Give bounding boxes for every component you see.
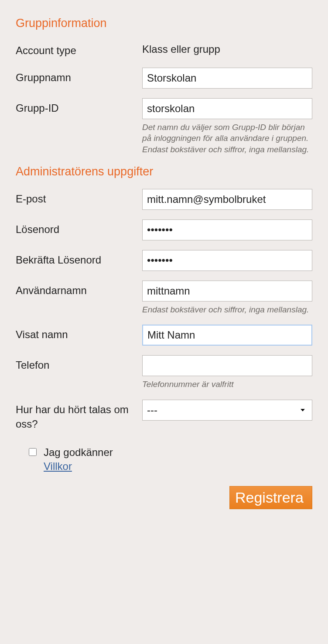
submit-container: Registrera [16,486,312,509]
password-input[interactable] [142,219,312,240]
row-phone: Telefon Telefonnummer är valfritt [16,355,312,390]
confirm-password-input[interactable] [142,250,312,271]
row-display-name: Visat namn [16,325,312,346]
group-id-label: Grupp-ID [16,98,142,116]
account-type-value: Klass eller grupp [142,41,312,55]
email-input[interactable] [142,189,312,210]
group-id-input[interactable] [142,98,312,119]
terms-row: Jag godkänner Villkor [29,445,312,474]
terms-text: Jag godkänner Villkor [44,445,113,474]
terms-checkbox[interactable] [29,448,37,456]
row-account-type: Account type Klass eller grupp [16,41,312,58]
display-name-input[interactable] [142,325,312,346]
phone-label: Telefon [16,355,142,373]
password-label: Lösenord [16,219,142,237]
username-label: Användarnamn [16,281,142,298]
group-name-input[interactable] [142,68,312,89]
email-label: E-post [16,189,142,206]
row-password: Lösenord [16,219,312,240]
group-name-label: Gruppnamn [16,68,142,85]
account-type-label: Account type [16,41,142,58]
confirm-password-label: Bekräfta Lösenord [16,250,142,267]
heard-about-select[interactable]: --- [142,400,312,421]
row-confirm-password: Bekräfta Lösenord [16,250,312,271]
row-username: Användarnamn Endast bokstäver och siffro… [16,281,312,315]
username-input[interactable] [142,281,312,301]
register-button[interactable]: Registrera [229,486,312,509]
display-name-label: Visat namn [16,325,142,342]
group-id-help: Det namn du väljer som Grupp-ID blir bör… [142,122,312,155]
row-group-name: Gruppnamn [16,68,312,89]
section-heading-admin: Administratörens uppgifter [16,165,312,178]
row-email: E-post [16,189,312,210]
username-help: Endast bokstäver och siffror, inga mella… [142,304,312,315]
terms-link[interactable]: Villkor [44,459,72,473]
terms-accept-label: Jag godkänner [44,446,113,458]
section-heading-group: Gruppinformation [16,17,312,30]
row-heard-about: Hur har du hört talas om oss? --- [16,400,312,432]
heard-about-label: Hur har du hört talas om oss? [16,400,142,432]
phone-help: Telefonnummer är valfritt [142,379,312,390]
phone-input[interactable] [142,355,312,376]
row-group-id: Grupp-ID Det namn du väljer som Grupp-ID… [16,98,312,155]
